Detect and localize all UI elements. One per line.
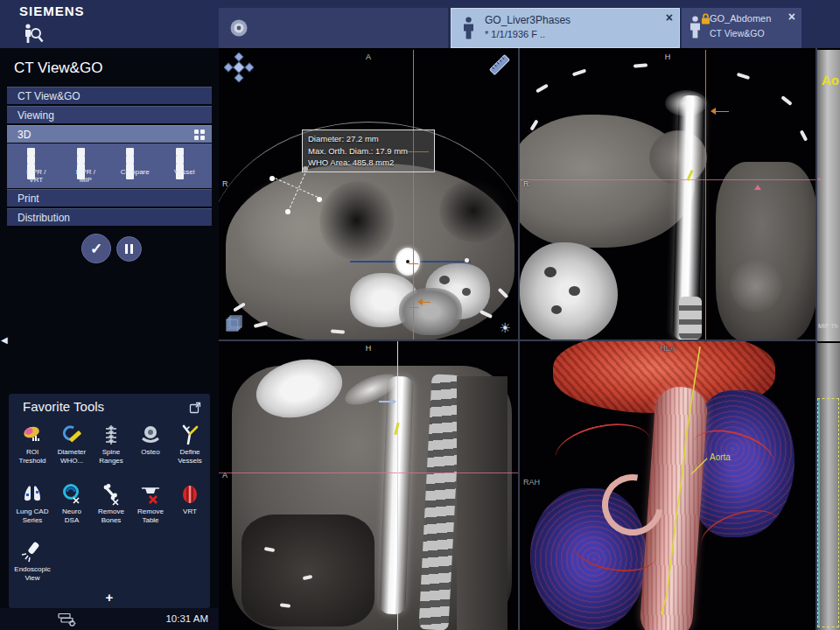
pause-button[interactable] <box>116 236 142 262</box>
tool-osteo[interactable]: Osteo <box>132 424 169 457</box>
measurement-annotation[interactable]: Diameter: 27.2 mm Max. Orth. Diam.: 17.9… <box>302 130 435 172</box>
tissue-bowel-blob <box>730 260 782 312</box>
filming-icon[interactable] <box>58 612 77 626</box>
person-icon <box>689 16 702 39</box>
tool-remove-bones[interactable]: Remove Bones <box>93 483 130 524</box>
siemens-logo: SIEMENS <box>19 4 85 18</box>
tool-neuro-dsa[interactable]: Neuro DSA <box>53 483 90 524</box>
remove-table-icon <box>139 483 162 506</box>
orientation-label-top: HLA <box>660 344 676 353</box>
section-label: Print <box>18 192 39 205</box>
annotation-line: WHO Area: 485.8 mm2 <box>308 157 429 169</box>
endoscopic-view-icon <box>21 541 44 564</box>
image-area: Diameter: 27.2 mm Max. Orth. Diam.: 17.9… <box>219 48 840 630</box>
viewport-vrt-3d[interactable]: Aorta HLA RAH <box>520 341 816 630</box>
pink-line-stub <box>817 178 822 180</box>
confirm-button[interactable]: ✓ <box>81 234 111 263</box>
sidebar-section-distribution[interactable]: Distribution <box>7 208 212 226</box>
section-label: Distribution <box>18 212 70 224</box>
top-bar: SIEMENS GO_Liver3Phases * 1/1/1936 F .. … <box>0 0 840 48</box>
tool-remove-table[interactable]: Remove Table <box>132 483 169 524</box>
patient-browser-icon[interactable] <box>21 23 44 46</box>
tab-go-liver3phases[interactable]: GO_Liver3Phases * 1/1/1936 F .. × <box>451 8 680 48</box>
tool-label: Remove Bones <box>93 508 130 524</box>
add-tool-button[interactable]: + <box>9 590 210 605</box>
remove-bones-icon <box>100 483 122 506</box>
workflow-title: CT View&GO <box>14 60 102 77</box>
tool-vrt[interactable]: VRT <box>172 483 208 516</box>
app-window: SIEMENS GO_Liver3Phases * 1/1/1936 F .. … <box>0 0 840 630</box>
tool-roi-threshold[interactable]: ROI Treshold <box>14 424 51 465</box>
crosshair-reference-line[interactable] <box>397 341 398 630</box>
person-icon <box>462 17 475 40</box>
tool-spine-ranges[interactable]: Spine Ranges <box>93 424 130 465</box>
sidebar-section-ct-viewgo[interactable]: CT View&GO <box>7 87 212 104</box>
tool-label: ROI Treshold <box>14 448 51 465</box>
orientation-label-left: R <box>222 179 228 188</box>
crosshair-reference-line[interactable] <box>705 50 706 340</box>
layout-button-compare[interactable]: Compare <box>113 148 158 176</box>
measure-handle[interactable] <box>317 197 322 202</box>
sidebar-section-print[interactable]: Print <box>7 189 212 206</box>
measure-handle[interactable] <box>285 209 290 214</box>
crosshair-tick[interactable] <box>409 263 418 264</box>
tab-go-abdomen[interactable]: GO_Abdomen CT View&GO × <box>682 8 802 48</box>
annotation-line: Diameter: 27.2 mm <box>308 133 429 145</box>
grid-icon <box>77 148 94 165</box>
orientation-label-left: A <box>222 471 228 480</box>
3d-layout-panel: MPR / VRT MPR / MIP Compare Vessel <box>7 144 212 188</box>
diameter-who-icon <box>60 424 83 446</box>
kidney-calyx <box>462 288 471 296</box>
crosshair-reference-line[interactable] <box>413 50 414 340</box>
pan-navigator-icon[interactable] <box>224 52 254 82</box>
collapse-panel-arrow[interactable]: ◀ <box>1 335 8 345</box>
crosshair-arrowhead <box>414 298 423 305</box>
vrt-icon <box>178 483 201 506</box>
measure-handle[interactable] <box>270 176 275 181</box>
tool-lung-cad-series[interactable]: Lung CAD Series <box>14 483 51 524</box>
rib-fragment <box>800 130 808 141</box>
layout-label: MPR / VRT <box>14 168 59 184</box>
layout-label: Compare <box>113 168 158 176</box>
rib-fragment <box>536 84 549 94</box>
sidebar-section-3d[interactable]: 3D <box>7 125 212 143</box>
layout-button-vessel[interactable]: Vessel <box>163 148 207 176</box>
tool-label: Osteo <box>132 448 169 457</box>
close-icon[interactable]: × <box>666 10 673 24</box>
disc-icon <box>229 18 248 38</box>
tool-define-vessels[interactable]: Define Vessels <box>172 424 208 465</box>
cpr-vessel-label: Ao <box>822 73 839 88</box>
tool-endoscopic-view[interactable]: Endoscopic View <box>14 541 51 582</box>
popout-icon[interactable] <box>189 402 201 414</box>
viewport-sagittal[interactable]: H A <box>219 341 518 630</box>
viewport-axial[interactable]: Diameter: 27.2 mm Max. Orth. Diam.: 17.9… <box>219 50 518 340</box>
stack-layers-icon[interactable] <box>224 313 245 334</box>
orientation-label-top: H <box>366 344 372 353</box>
viewport-cpr-strip[interactable]: Ao MIP Th <box>817 50 840 630</box>
tool-diameter-who[interactable]: Diameter WHO... <box>53 424 90 465</box>
annotation-line: Max. Orth. Diam.: 17.9 mm <box>308 145 429 158</box>
sidebar-section-viewing[interactable]: Viewing <box>7 106 212 123</box>
ruler-icon[interactable] <box>486 52 513 78</box>
layout-button-mpr-vrt[interactable]: MPR / VRT <box>14 148 59 184</box>
crosshair-pink-line[interactable] <box>520 179 816 180</box>
tool-label: Remove Table <box>132 508 169 524</box>
orientation-label-top: H <box>665 52 671 61</box>
cpr-selection-box[interactable] <box>817 398 839 627</box>
kidney-calyx <box>551 305 562 314</box>
vrt-centerline[interactable] <box>520 341 816 630</box>
vessel-label[interactable]: Aorta <box>710 452 731 462</box>
layout-button-mpr-mip[interactable]: MPR / MIP <box>64 148 108 184</box>
crosshair-pink-line[interactable] <box>219 472 518 473</box>
tool-label: Spine Ranges <box>93 448 130 465</box>
pause-icon <box>125 244 128 254</box>
orientation-label-left: R <box>523 179 529 188</box>
crosshair-tick[interactable] <box>409 307 418 308</box>
tab-subtitle: * 1/1/1936 F .. <box>485 29 545 39</box>
windowing-sun-icon[interactable]: ☀ <box>500 320 511 336</box>
orange-arrowhead <box>707 108 716 115</box>
close-icon[interactable]: × <box>788 10 795 24</box>
tab-series-disc[interactable] <box>219 8 448 48</box>
viewport-coronal[interactable]: H R <box>520 50 816 340</box>
tissue-spine <box>399 288 462 335</box>
